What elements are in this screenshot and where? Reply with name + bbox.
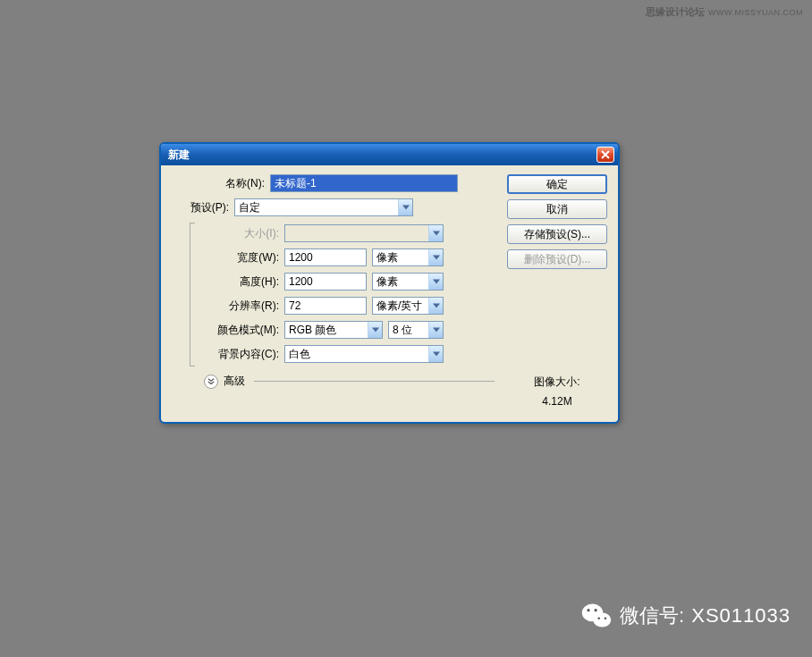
preset-bracket-group: 大小(I): 宽度(W): 像素 高度(H): (190, 223, 495, 366)
chevron-down-icon (428, 249, 443, 265)
svg-point-5 (605, 617, 607, 619)
dialog-title: 新建 (168, 147, 190, 163)
color-mode-value: RGB 颜色 (289, 323, 368, 338)
save-preset-button[interactable]: 存储预设(S)... (507, 224, 607, 244)
bg-content-value: 白色 (289, 347, 428, 362)
select-color-mode[interactable]: RGB 颜色 (284, 321, 383, 339)
row-width: 宽度(W): 像素 (190, 248, 495, 266)
row-resolution: 分辨率(R): 像素/英寸 (190, 297, 495, 315)
bit-depth-value: 8 位 (393, 323, 428, 338)
chevron-down-icon (428, 274, 443, 290)
input-resolution[interactable] (284, 297, 367, 315)
cancel-button[interactable]: 取消 (507, 199, 607, 219)
image-size-info: 图像大小: 4.12M (507, 373, 607, 411)
dialog-titlebar[interactable]: 新建 (161, 144, 618, 165)
label-advanced: 高级 (224, 374, 245, 389)
chevron-down-icon (368, 322, 382, 338)
wechat-label: 微信号: (620, 602, 684, 629)
chevron-down-icon (428, 346, 443, 362)
label-name: 名称(N): (172, 176, 270, 191)
label-size: 大小(I): (190, 226, 284, 241)
advanced-divider (254, 381, 495, 382)
chevron-down-icon (428, 225, 443, 241)
label-resolution: 分辨率(R): (190, 299, 284, 314)
svg-point-1 (594, 612, 612, 627)
select-preset[interactable]: 自定 (234, 198, 413, 216)
label-height: 高度(H): (190, 274, 284, 290)
new-document-dialog: 新建 名称(N): 预设(P): 自定 大小(I): (159, 142, 620, 424)
row-color-mode: 颜色模式(M): RGB 颜色 8 位 (190, 321, 495, 339)
watermark-site-name: 思缘设计论坛 (646, 5, 705, 19)
svg-point-4 (598, 617, 601, 619)
double-chevron-down-icon (207, 378, 215, 385)
close-button[interactable] (596, 147, 614, 163)
input-height[interactable] (284, 273, 367, 291)
wechat-id: XS011033 (691, 604, 791, 628)
select-preset-value: 自定 (239, 200, 398, 215)
image-size-value: 4.12M (507, 392, 607, 412)
label-bg-content: 背景内容(C): (190, 347, 284, 362)
row-bg-content: 背景内容(C): 白色 (190, 345, 495, 363)
width-unit-value: 像素 (376, 250, 428, 265)
advanced-toggle[interactable] (204, 375, 218, 389)
dialog-body: 名称(N): 预设(P): 自定 大小(I): (161, 165, 618, 422)
svg-point-3 (595, 609, 597, 611)
input-width[interactable] (284, 248, 367, 266)
dialog-left-column: 名称(N): 预设(P): 自定 大小(I): (172, 174, 495, 411)
label-width: 宽度(W): (190, 250, 284, 265)
advanced-toggle-row: 高级 (172, 374, 495, 389)
select-bg-content[interactable]: 白色 (284, 345, 444, 363)
chevron-down-icon (428, 322, 443, 338)
row-preset: 预设(P): 自定 (136, 198, 495, 216)
label-preset: 预设(P): (136, 200, 234, 215)
row-height: 高度(H): 像素 (190, 273, 495, 291)
close-icon (601, 150, 610, 159)
watermark-site-url: WWW.MISSYUAN.COM (708, 8, 803, 17)
select-bit-depth[interactable]: 8 位 (388, 321, 444, 339)
resolution-unit-value: 像素/英寸 (376, 299, 428, 314)
watermark-top: 思缘设计论坛 WWW.MISSYUAN.COM (646, 5, 803, 19)
input-name[interactable] (270, 174, 458, 192)
chevron-down-icon (428, 298, 443, 314)
wechat-icon (580, 600, 613, 632)
select-resolution-unit[interactable]: 像素/英寸 (372, 297, 444, 315)
select-height-unit[interactable]: 像素 (372, 273, 444, 291)
delete-preset-button: 删除预设(D)... (507, 249, 607, 269)
height-unit-value: 像素 (376, 274, 428, 290)
wechat-overlay: 微信号: XS011033 (580, 600, 791, 632)
label-color-mode: 颜色模式(M): (190, 323, 284, 338)
svg-point-2 (587, 609, 589, 611)
row-name: 名称(N): (172, 174, 495, 192)
row-size: 大小(I): (190, 224, 495, 242)
ok-button[interactable]: 确定 (507, 174, 607, 194)
select-width-unit[interactable]: 像素 (372, 248, 444, 266)
dialog-right-column: 确定 取消 存储预设(S)... 删除预设(D)... 图像大小: 4.12M (507, 174, 607, 411)
chevron-down-icon (398, 199, 412, 215)
image-size-label: 图像大小: (507, 373, 607, 392)
select-size (284, 224, 444, 242)
